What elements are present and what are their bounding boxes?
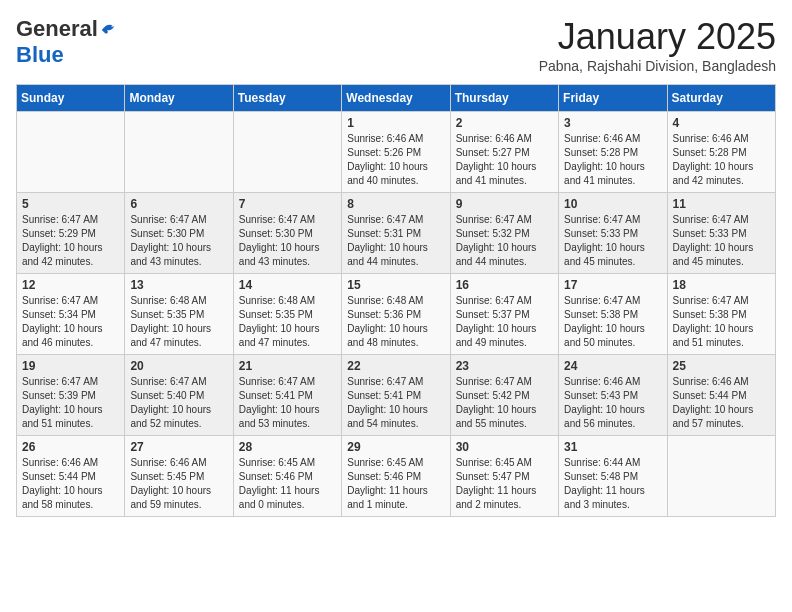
day-number: 1 bbox=[347, 116, 444, 130]
sunset-text: Sunset: 5:38 PM bbox=[564, 309, 638, 320]
day-info: Sunrise: 6:45 AMSunset: 5:46 PMDaylight:… bbox=[239, 456, 336, 512]
sunrise-text: Sunrise: 6:47 AM bbox=[239, 214, 315, 225]
day-number: 6 bbox=[130, 197, 227, 211]
sunset-text: Sunset: 5:35 PM bbox=[130, 309, 204, 320]
sunset-text: Sunset: 5:41 PM bbox=[347, 390, 421, 401]
sunset-text: Sunset: 5:27 PM bbox=[456, 147, 530, 158]
daylight-text: Daylight: 10 hours and 41 minutes. bbox=[456, 161, 537, 186]
sunrise-text: Sunrise: 6:48 AM bbox=[347, 295, 423, 306]
sunset-text: Sunset: 5:41 PM bbox=[239, 390, 313, 401]
sunrise-text: Sunrise: 6:48 AM bbox=[130, 295, 206, 306]
sunset-text: Sunset: 5:33 PM bbox=[564, 228, 638, 239]
calendar-cell: 9Sunrise: 6:47 AMSunset: 5:32 PMDaylight… bbox=[450, 193, 558, 274]
calendar-cell: 29Sunrise: 6:45 AMSunset: 5:46 PMDayligh… bbox=[342, 436, 450, 517]
weekday-header-saturday: Saturday bbox=[667, 85, 775, 112]
calendar-cell: 23Sunrise: 6:47 AMSunset: 5:42 PMDayligh… bbox=[450, 355, 558, 436]
day-number: 23 bbox=[456, 359, 553, 373]
daylight-text: Daylight: 11 hours and 3 minutes. bbox=[564, 485, 645, 510]
sunrise-text: Sunrise: 6:47 AM bbox=[673, 295, 749, 306]
day-info: Sunrise: 6:47 AMSunset: 5:33 PMDaylight:… bbox=[564, 213, 661, 269]
day-info: Sunrise: 6:47 AMSunset: 5:33 PMDaylight:… bbox=[673, 213, 770, 269]
sunrise-text: Sunrise: 6:45 AM bbox=[347, 457, 423, 468]
day-number: 26 bbox=[22, 440, 119, 454]
day-info: Sunrise: 6:47 AMSunset: 5:30 PMDaylight:… bbox=[130, 213, 227, 269]
day-number: 2 bbox=[456, 116, 553, 130]
day-number: 22 bbox=[347, 359, 444, 373]
day-number: 4 bbox=[673, 116, 770, 130]
calendar-cell: 27Sunrise: 6:46 AMSunset: 5:45 PMDayligh… bbox=[125, 436, 233, 517]
sunrise-text: Sunrise: 6:47 AM bbox=[239, 376, 315, 387]
sunrise-text: Sunrise: 6:47 AM bbox=[673, 214, 749, 225]
day-number: 25 bbox=[673, 359, 770, 373]
sunset-text: Sunset: 5:43 PM bbox=[564, 390, 638, 401]
day-info: Sunrise: 6:46 AMSunset: 5:45 PMDaylight:… bbox=[130, 456, 227, 512]
day-number: 24 bbox=[564, 359, 661, 373]
day-info: Sunrise: 6:46 AMSunset: 5:43 PMDaylight:… bbox=[564, 375, 661, 431]
day-number: 8 bbox=[347, 197, 444, 211]
daylight-text: Daylight: 10 hours and 49 minutes. bbox=[456, 323, 537, 348]
month-title: January 2025 bbox=[539, 16, 776, 58]
daylight-text: Daylight: 10 hours and 54 minutes. bbox=[347, 404, 428, 429]
day-info: Sunrise: 6:47 AMSunset: 5:41 PMDaylight:… bbox=[239, 375, 336, 431]
sunrise-text: Sunrise: 6:47 AM bbox=[22, 214, 98, 225]
sunset-text: Sunset: 5:30 PM bbox=[239, 228, 313, 239]
day-number: 11 bbox=[673, 197, 770, 211]
day-info: Sunrise: 6:45 AMSunset: 5:47 PMDaylight:… bbox=[456, 456, 553, 512]
daylight-text: Daylight: 10 hours and 51 minutes. bbox=[673, 323, 754, 348]
daylight-text: Daylight: 10 hours and 42 minutes. bbox=[673, 161, 754, 186]
day-number: 14 bbox=[239, 278, 336, 292]
sunset-text: Sunset: 5:38 PM bbox=[673, 309, 747, 320]
calendar-cell bbox=[667, 436, 775, 517]
day-number: 19 bbox=[22, 359, 119, 373]
day-info: Sunrise: 6:47 AMSunset: 5:37 PMDaylight:… bbox=[456, 294, 553, 350]
calendar-header-row: SundayMondayTuesdayWednesdayThursdayFrid… bbox=[17, 85, 776, 112]
day-info: Sunrise: 6:47 AMSunset: 5:39 PMDaylight:… bbox=[22, 375, 119, 431]
day-number: 5 bbox=[22, 197, 119, 211]
daylight-text: Daylight: 11 hours and 2 minutes. bbox=[456, 485, 537, 510]
calendar-cell bbox=[125, 112, 233, 193]
sunrise-text: Sunrise: 6:46 AM bbox=[673, 133, 749, 144]
sunset-text: Sunset: 5:44 PM bbox=[673, 390, 747, 401]
logo: General Blue bbox=[16, 16, 118, 68]
calendar-cell: 10Sunrise: 6:47 AMSunset: 5:33 PMDayligh… bbox=[559, 193, 667, 274]
daylight-text: Daylight: 10 hours and 51 minutes. bbox=[22, 404, 103, 429]
sunrise-text: Sunrise: 6:46 AM bbox=[347, 133, 423, 144]
calendar-cell: 8Sunrise: 6:47 AMSunset: 5:31 PMDaylight… bbox=[342, 193, 450, 274]
sunset-text: Sunset: 5:37 PM bbox=[456, 309, 530, 320]
day-info: Sunrise: 6:47 AMSunset: 5:38 PMDaylight:… bbox=[673, 294, 770, 350]
day-info: Sunrise: 6:44 AMSunset: 5:48 PMDaylight:… bbox=[564, 456, 661, 512]
daylight-text: Daylight: 10 hours and 40 minutes. bbox=[347, 161, 428, 186]
sunset-text: Sunset: 5:33 PM bbox=[673, 228, 747, 239]
sunrise-text: Sunrise: 6:47 AM bbox=[456, 214, 532, 225]
sunset-text: Sunset: 5:28 PM bbox=[564, 147, 638, 158]
day-number: 27 bbox=[130, 440, 227, 454]
day-info: Sunrise: 6:47 AMSunset: 5:29 PMDaylight:… bbox=[22, 213, 119, 269]
weekday-header-tuesday: Tuesday bbox=[233, 85, 341, 112]
daylight-text: Daylight: 10 hours and 56 minutes. bbox=[564, 404, 645, 429]
sunset-text: Sunset: 5:35 PM bbox=[239, 309, 313, 320]
day-info: Sunrise: 6:48 AMSunset: 5:36 PMDaylight:… bbox=[347, 294, 444, 350]
sunset-text: Sunset: 5:44 PM bbox=[22, 471, 96, 482]
calendar-week-row: 5Sunrise: 6:47 AMSunset: 5:29 PMDaylight… bbox=[17, 193, 776, 274]
calendar-cell: 13Sunrise: 6:48 AMSunset: 5:35 PMDayligh… bbox=[125, 274, 233, 355]
daylight-text: Daylight: 10 hours and 42 minutes. bbox=[22, 242, 103, 267]
calendar-cell: 3Sunrise: 6:46 AMSunset: 5:28 PMDaylight… bbox=[559, 112, 667, 193]
calendar-cell bbox=[233, 112, 341, 193]
sunrise-text: Sunrise: 6:45 AM bbox=[239, 457, 315, 468]
sunset-text: Sunset: 5:39 PM bbox=[22, 390, 96, 401]
day-info: Sunrise: 6:46 AMSunset: 5:44 PMDaylight:… bbox=[673, 375, 770, 431]
calendar-cell: 28Sunrise: 6:45 AMSunset: 5:46 PMDayligh… bbox=[233, 436, 341, 517]
daylight-text: Daylight: 10 hours and 58 minutes. bbox=[22, 485, 103, 510]
day-info: Sunrise: 6:47 AMSunset: 5:38 PMDaylight:… bbox=[564, 294, 661, 350]
calendar-cell: 17Sunrise: 6:47 AMSunset: 5:38 PMDayligh… bbox=[559, 274, 667, 355]
day-number: 21 bbox=[239, 359, 336, 373]
sunrise-text: Sunrise: 6:46 AM bbox=[456, 133, 532, 144]
day-number: 20 bbox=[130, 359, 227, 373]
calendar-cell: 2Sunrise: 6:46 AMSunset: 5:27 PMDaylight… bbox=[450, 112, 558, 193]
daylight-text: Daylight: 10 hours and 44 minutes. bbox=[456, 242, 537, 267]
calendar-cell: 1Sunrise: 6:46 AMSunset: 5:26 PMDaylight… bbox=[342, 112, 450, 193]
weekday-header-thursday: Thursday bbox=[450, 85, 558, 112]
sunset-text: Sunset: 5:31 PM bbox=[347, 228, 421, 239]
sunrise-text: Sunrise: 6:47 AM bbox=[564, 214, 640, 225]
daylight-text: Daylight: 10 hours and 53 minutes. bbox=[239, 404, 320, 429]
